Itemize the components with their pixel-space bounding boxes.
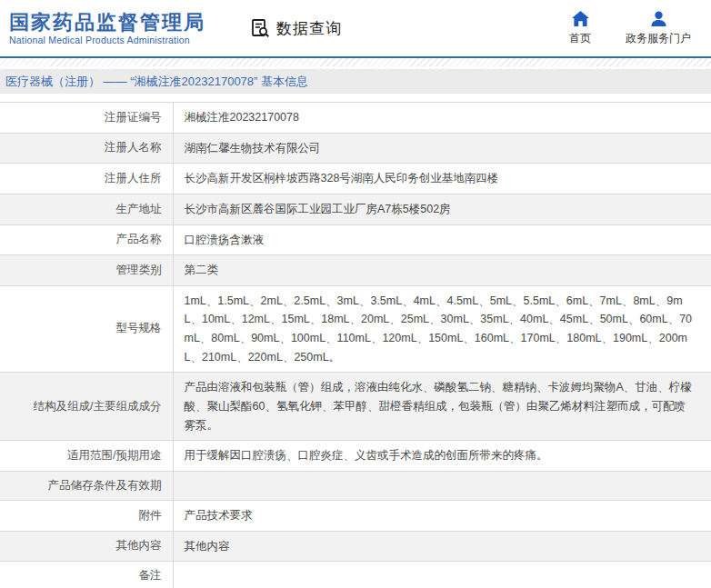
data-query-label: 数据查询 xyxy=(276,18,342,39)
row-value: 湘械注准20232170078 xyxy=(173,103,711,134)
user-icon xyxy=(650,11,667,27)
logo-subtitle: National Medical Products Administration xyxy=(9,35,205,45)
row-label: 适用范围/预期用途 xyxy=(0,441,173,472)
table-row: 管理类别第二类 xyxy=(0,255,711,286)
table-row: 生产地址长沙市高新区麓谷国际工业园工业厂房A7栋5楼502房 xyxy=(0,194,711,224)
row-value: 长沙高新开发区桐梓坡西路328号湖南人民印务创业基地南四楼 xyxy=(173,164,711,194)
table-row: 产品名称口腔溃疡含漱液 xyxy=(0,224,711,255)
table-row: 备注 xyxy=(0,562,711,588)
row-label: 管理类别 xyxy=(0,255,173,286)
breadcrumb: 医疗器械（注册） —— “湘械注准20232170078” 基本信息 xyxy=(0,69,711,94)
row-value: 其他内容 xyxy=(173,531,711,562)
table-row: 型号规格1mL、1.5mL、2mL、2.5mL、3mL、3.5mL、4mL、4.… xyxy=(0,285,711,373)
nav-home-label: 首页 xyxy=(569,31,591,46)
row-value: 湖南仁馨生物技术有限公司 xyxy=(173,133,711,164)
row-label: 型号规格 xyxy=(0,285,173,373)
table-row: 适用范围/预期用途用于缓解因口腔溃疡、口腔炎症、义齿或手术造成的创面所带来的疼痛… xyxy=(0,441,711,472)
document-search-icon xyxy=(249,17,271,39)
nav-gov-portal-label: 政务服务门户 xyxy=(626,31,691,46)
row-value: 产品技术要求 xyxy=(173,501,711,532)
home-icon xyxy=(572,11,589,27)
row-label: 注册证编号 xyxy=(0,103,173,134)
page-header: 国家药品监督管理局 National Medical Products Admi… xyxy=(0,0,711,56)
row-value: 1mL、1.5mL、2mL、2.5mL、3mL、3.5mL、4mL、4.5mL、… xyxy=(173,285,711,373)
header-nav: 首页 政务服务门户 xyxy=(569,11,691,46)
row-value: 产品由溶液和包装瓶（管）组成，溶液由纯化水、磷酸氢二钠、糖精钠、卡波姆均聚物A、… xyxy=(173,373,711,441)
registration-info-section: 注册证编号湘械注准20232170078注册人名称湖南仁馨生物技术有限公司注册人… xyxy=(0,102,711,588)
row-label: 备注 xyxy=(0,562,173,588)
breadcrumb-text: 医疗器械（注册） —— “湘械注准20232170078” 基本信息 xyxy=(5,74,308,90)
table-row: 附件产品技术要求 xyxy=(0,501,711,532)
info-table: 注册证编号湘械注准20232170078注册人名称湖南仁馨生物技术有限公司注册人… xyxy=(0,102,711,588)
table-row: 产品储存条件及有效期 xyxy=(0,471,711,500)
row-label: 生产地址 xyxy=(0,194,173,224)
row-value: 长沙市高新区麓谷国际工业园工业厂房A7栋5楼502房 xyxy=(173,194,711,224)
hatch-band xyxy=(0,58,711,66)
row-label: 附件 xyxy=(0,501,173,532)
row-value xyxy=(173,562,711,588)
row-value: 口腔溃疡含漱液 xyxy=(173,224,711,255)
data-query-nav[interactable]: 数据查询 xyxy=(249,17,342,39)
row-value: 用于缓解因口腔溃疡、口腔炎症、义齿或手术造成的创面所带来的疼痛。 xyxy=(173,441,711,472)
row-label: 注册人名称 xyxy=(0,133,173,164)
nmpa-logo[interactable]: 国家药品监督管理局 National Medical Products Admi… xyxy=(9,11,205,45)
row-label: 结构及组成/主要组成成分 xyxy=(0,373,173,441)
row-label: 注册人住所 xyxy=(0,164,173,194)
nav-home[interactable]: 首页 xyxy=(569,11,591,46)
table-row: 注册人住所长沙高新开发区桐梓坡西路328号湖南人民印务创业基地南四楼 xyxy=(0,164,711,194)
row-label: 产品储存条件及有效期 xyxy=(0,471,173,500)
table-row: 结构及组成/主要组成成分产品由溶液和包装瓶（管）组成，溶液由纯化水、磷酸氢二钠、… xyxy=(0,373,711,441)
row-label: 其他内容 xyxy=(0,531,173,562)
table-row: 其他内容其他内容 xyxy=(0,531,711,562)
nav-gov-portal[interactable]: 政务服务门户 xyxy=(626,11,691,46)
logo-title: 国家药品监督管理局 xyxy=(9,11,205,34)
table-row: 注册人名称湖南仁馨生物技术有限公司 xyxy=(0,133,711,164)
row-value: 第二类 xyxy=(173,255,711,286)
row-label: 产品名称 xyxy=(0,224,173,255)
table-row: 注册证编号湘械注准20232170078 xyxy=(0,103,711,134)
row-value xyxy=(173,471,711,500)
